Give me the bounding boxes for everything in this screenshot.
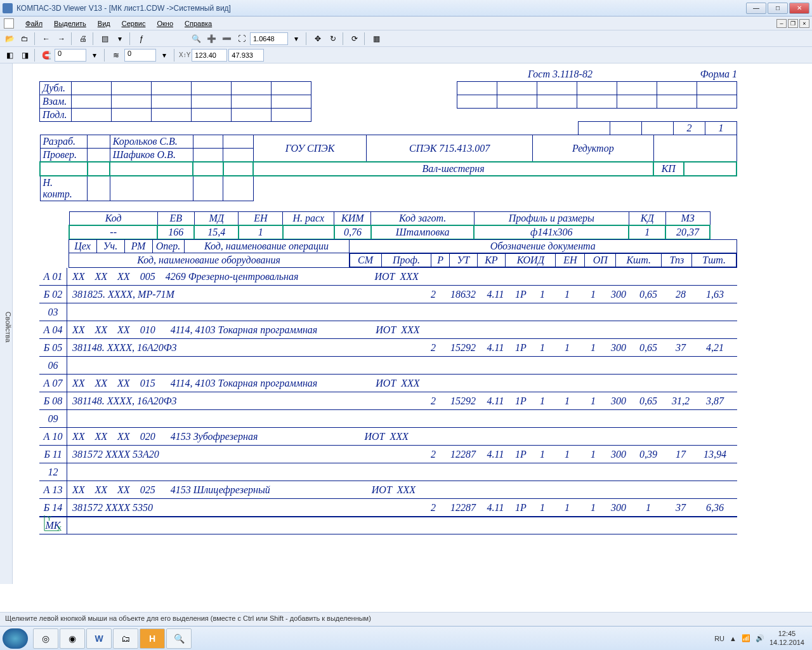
product: Редуктор: [533, 135, 653, 162]
row4-col2: 4.11: [482, 342, 509, 354]
mdi-restore[interactable]: ❐: [788, 19, 798, 28]
menu-help[interactable]: Справка: [180, 18, 217, 29]
op-row-10-text: 381572 ХХХХ 53А20: [72, 449, 159, 460]
menu-window[interactable]: Окно: [152, 18, 178, 29]
zoom-input[interactable]: [250, 32, 288, 45]
row13-col5: 1: [552, 502, 582, 514]
side-panel-properties[interactable]: Свойства: [0, 63, 13, 584]
rotate-button[interactable]: ↻: [326, 32, 340, 46]
open-button[interactable]: 📂: [3, 32, 16, 46]
op-row-6-label: А 07: [39, 375, 67, 392]
blank-val-2: 15,4: [194, 225, 239, 239]
layers-button[interactable]: ▤: [98, 32, 112, 46]
kp-label: КП: [653, 162, 684, 176]
blank-val-7: ф141x306: [474, 225, 629, 239]
coord-x[interactable]: [192, 49, 227, 62]
menu-file[interactable]: Файл: [20, 18, 48, 29]
op-row-3-label: А 04: [39, 321, 67, 338]
doc-code: СПЭК 715.413.007: [367, 135, 533, 162]
hdr-oper: Опер.: [152, 240, 184, 253]
zoom-window-button[interactable]: 🔍: [189, 32, 203, 46]
back-button[interactable]: ←: [39, 32, 53, 46]
menu-select[interactable]: Выделить: [49, 18, 91, 29]
close-button[interactable]: ✕: [789, 3, 809, 14]
system-tray[interactable]: RU ▲ 📶 🔊 12:45 14.12.2014: [709, 630, 809, 646]
side-panel-label: Свойства: [4, 312, 12, 342]
tb2-layer[interactable]: ≋: [109, 48, 123, 62]
ophdr2-4: КР: [477, 254, 506, 267]
row10-col2: 4.11: [482, 449, 509, 460]
op-row-7-label: Б 08: [39, 392, 67, 409]
combo2[interactable]: 0: [124, 49, 156, 62]
task-app1[interactable]: ◎: [33, 628, 58, 649]
tray-flag-icon: ▲: [730, 635, 737, 642]
combo1[interactable]: 0: [55, 49, 86, 62]
prover-label: Провер.: [40, 149, 88, 162]
maximize-button[interactable]: □: [768, 3, 788, 14]
vars-button[interactable]: ƒ: [134, 32, 148, 46]
page-cur: 2: [674, 122, 705, 135]
zoom-dd[interactable]: ▾: [289, 32, 303, 46]
tray-vol-icon: 🔊: [756, 634, 764, 642]
props-button[interactable]: ▾: [113, 32, 127, 46]
blank-hdr-8: КД: [629, 212, 665, 226]
app-icon: [3, 3, 13, 13]
task-word[interactable]: W: [86, 628, 112, 649]
row1-col9: 28: [664, 289, 698, 300]
op-row-6: А 07 ХХ ХХ ХХ 015 4114, 4103 Токарная пр…: [39, 375, 737, 392]
row10-col4: 1: [533, 449, 552, 460]
row1-col3: 1Р: [509, 289, 533, 300]
op-row-3: А 04 ХХ ХХ ХХ 010 4114, 4103 Токарная пр…: [39, 321, 737, 339]
row4-col5: 1: [552, 342, 582, 354]
mdi-minimize[interactable]: –: [776, 19, 787, 28]
zoom-out-button[interactable]: ➖: [219, 32, 233, 46]
tb2-dd1[interactable]: ▾: [88, 48, 102, 62]
tray-lang[interactable]: RU: [714, 635, 724, 642]
tray-clock[interactable]: 12:45 14.12.2014: [769, 630, 804, 646]
print-button[interactable]: 🖨: [76, 32, 90, 46]
zoom-in-button[interactable]: ➕: [204, 32, 218, 46]
op-row-11-label: 12: [39, 463, 67, 481]
op-row-0-text: ХХ ХХ ХХ 005 4269 Фрезерно-центровальная…: [72, 271, 419, 282]
task-explorer[interactable]: 🗂: [113, 628, 138, 649]
open2-button[interactable]: 🗀: [18, 32, 32, 46]
row10-col5: 1: [552, 449, 582, 460]
row4-col3: 1Р: [509, 342, 533, 354]
fwd-button[interactable]: →: [55, 32, 69, 46]
blank-val-3: 1: [239, 225, 283, 239]
row1-col4: 1: [533, 289, 552, 300]
coord-y[interactable]: [228, 49, 264, 62]
blank-hdr-5: КИМ: [334, 212, 371, 226]
row13-col7: 300: [604, 502, 633, 514]
blank-val-9: 20,37: [665, 225, 710, 239]
task-kompas[interactable]: 🔍: [166, 628, 192, 649]
menu-service[interactable]: Сервис: [117, 18, 151, 29]
drawing-canvas[interactable]: Гост 3.1118-82 Форма 1 Дубл. Взам. Подл.: [14, 63, 811, 611]
op-row-5: 06: [39, 357, 737, 375]
row7-col2: 4.11: [482, 395, 509, 407]
pan-button[interactable]: ✥: [311, 32, 325, 46]
op-row-8-label: 09: [39, 410, 67, 427]
blank-hdr-3: ЕН: [239, 212, 283, 226]
refresh-button[interactable]: ⟳: [348, 32, 362, 46]
tb2-a[interactable]: ◧: [3, 48, 16, 62]
op-row-9-label: А 10: [39, 428, 67, 445]
gost-label: Гост 3.1118-82: [528, 69, 593, 80]
tb2-dd2[interactable]: ▾: [157, 48, 171, 62]
minimize-button[interactable]: —: [746, 3, 766, 14]
hdr-docref: Обозначение документа: [349, 240, 737, 253]
tb2-b[interactable]: ◨: [18, 48, 32, 62]
menu-view[interactable]: Вид: [93, 18, 115, 29]
grid-button[interactable]: ▦: [369, 32, 383, 46]
title-bar: КОМПАС-3D Viewer V13 - [МК лист1.CDW ->С…: [0, 0, 812, 17]
start-button[interactable]: [3, 628, 28, 649]
tb2-attach[interactable]: 🧲: [39, 48, 53, 62]
part-name: Вал-шестерня: [253, 162, 653, 176]
row4-col9: 37: [664, 342, 698, 354]
task-app2[interactable]: Н: [140, 628, 165, 649]
zoom-fit-button[interactable]: ⛶: [235, 32, 249, 46]
row1-col0: 2: [422, 289, 444, 300]
task-chrome[interactable]: ◉: [60, 628, 85, 649]
mdi-close[interactable]: ×: [799, 19, 809, 28]
ophdr2-10: Тшт.: [692, 254, 737, 267]
